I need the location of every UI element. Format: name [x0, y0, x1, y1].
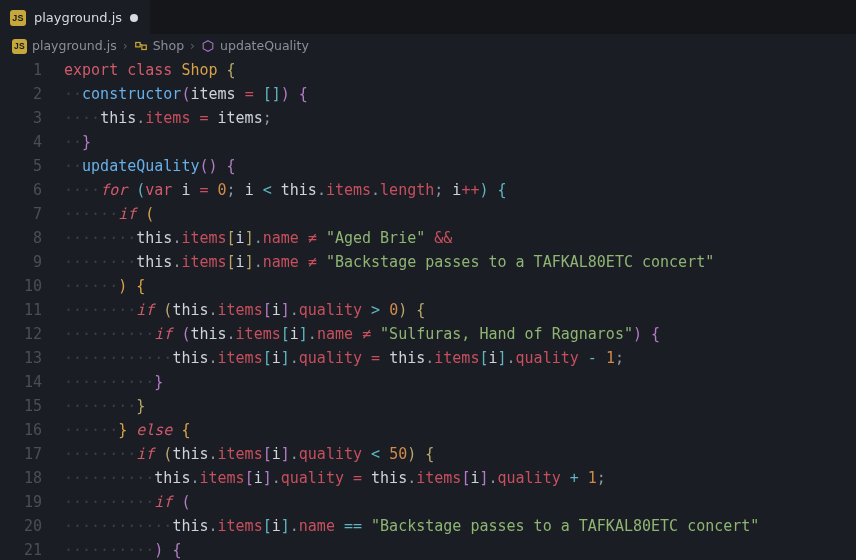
editor[interactable]: 123456789101112131415161718192021 export…: [0, 58, 856, 560]
method-icon: [201, 39, 215, 53]
line-gutter: 123456789101112131415161718192021: [0, 58, 58, 560]
class-icon: [134, 39, 148, 53]
line-number: 18: [0, 466, 42, 490]
chevron-right-icon: ›: [190, 34, 195, 58]
code-line[interactable]: ········if (this.items[i].quality < 50) …: [64, 442, 856, 466]
code-line[interactable]: ····this.items = items;: [64, 106, 856, 130]
code-line[interactable]: ··updateQuality() {: [64, 154, 856, 178]
line-number: 3: [0, 106, 42, 130]
code-line[interactable]: ··········) {: [64, 538, 856, 560]
line-number: 13: [0, 346, 42, 370]
breadcrumb-method[interactable]: updateQuality: [201, 34, 309, 58]
code-line[interactable]: export class Shop {: [64, 58, 856, 82]
code-line[interactable]: ········if (this.items[i].quality > 0) {: [64, 298, 856, 322]
breadcrumb-class[interactable]: Shop: [134, 34, 184, 58]
code-line[interactable]: ··········if (this.items[i].name ≠ "Sulf…: [64, 322, 856, 346]
line-number: 2: [0, 82, 42, 106]
code-line[interactable]: ··········}: [64, 370, 856, 394]
line-number: 10: [0, 274, 42, 298]
code-area[interactable]: export class Shop {··constructor(items =…: [58, 58, 856, 560]
code-line[interactable]: ····for (var i = 0; i < this.items.lengt…: [64, 178, 856, 202]
line-number: 16: [0, 418, 42, 442]
line-number: 21: [0, 538, 42, 560]
line-number: 15: [0, 394, 42, 418]
code-line[interactable]: ······if (: [64, 202, 856, 226]
breadcrumb-file-label: playground.js: [32, 34, 117, 58]
code-line[interactable]: ········this.items[i].name ≠ "Backstage …: [64, 250, 856, 274]
line-number: 1: [0, 58, 42, 82]
line-number: 14: [0, 370, 42, 394]
breadcrumb-file[interactable]: JS playground.js: [12, 34, 117, 58]
code-line[interactable]: ······} else {: [64, 418, 856, 442]
breadcrumb: JS playground.js › Shop › updateQuality: [0, 34, 856, 58]
code-line[interactable]: ······) {: [64, 274, 856, 298]
modified-dot-icon: [130, 14, 138, 22]
tab-bar: JS playground.js: [0, 0, 856, 34]
line-number: 11: [0, 298, 42, 322]
tab-label: playground.js: [34, 6, 122, 30]
line-number: 9: [0, 250, 42, 274]
code-line[interactable]: ··constructor(items = []) {: [64, 82, 856, 106]
js-file-icon: JS: [10, 10, 26, 26]
line-number: 17: [0, 442, 42, 466]
code-line[interactable]: ··}: [64, 130, 856, 154]
line-number: 5: [0, 154, 42, 178]
line-number: 4: [0, 130, 42, 154]
breadcrumb-method-label: updateQuality: [220, 34, 309, 58]
breadcrumb-class-label: Shop: [153, 34, 184, 58]
line-number: 8: [0, 226, 42, 250]
code-line[interactable]: ············this.items[i].quality = this…: [64, 346, 856, 370]
svg-rect-1: [142, 45, 146, 49]
line-number: 7: [0, 202, 42, 226]
code-line[interactable]: ··········this.items[i].quality = this.i…: [64, 466, 856, 490]
js-file-icon: JS: [12, 39, 27, 54]
line-number: 19: [0, 490, 42, 514]
code-line[interactable]: ········this.items[i].name ≠ "Aged Brie"…: [64, 226, 856, 250]
code-line[interactable]: ············this.items[i].name == "Backs…: [64, 514, 856, 538]
svg-rect-0: [135, 43, 139, 47]
code-line[interactable]: ··········if (: [64, 490, 856, 514]
code-line[interactable]: ········}: [64, 394, 856, 418]
line-number: 6: [0, 178, 42, 202]
chevron-right-icon: ›: [123, 34, 128, 58]
tab-playground[interactable]: JS playground.js: [0, 0, 150, 34]
line-number: 12: [0, 322, 42, 346]
line-number: 20: [0, 514, 42, 538]
